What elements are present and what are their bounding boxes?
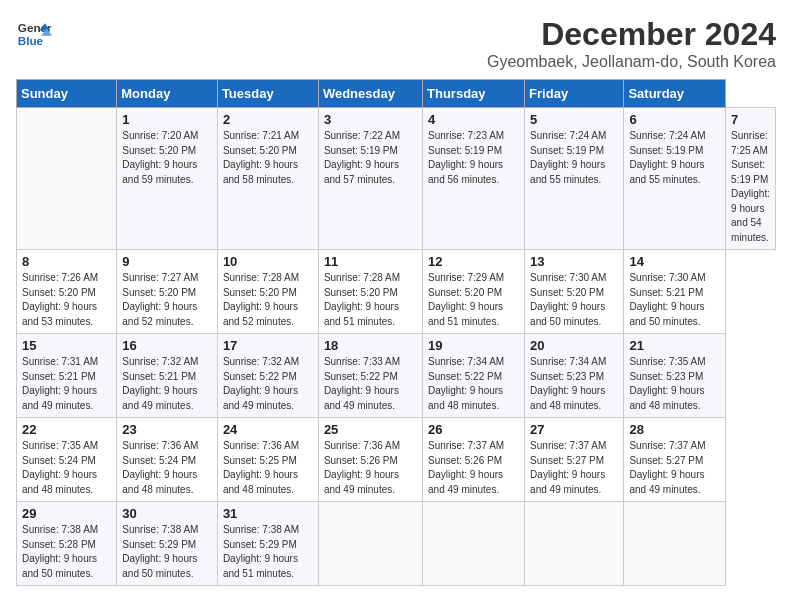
day-number: 16	[122, 338, 212, 353]
calendar-week-row: 29Sunrise: 7:38 AMSunset: 5:28 PMDayligh…	[17, 502, 776, 586]
page-header: General Blue December 2024 Gyeombaek, Je…	[16, 16, 776, 71]
day-number: 17	[223, 338, 313, 353]
day-info: Sunrise: 7:28 AMSunset: 5:20 PMDaylight:…	[324, 271, 417, 329]
day-info: Sunrise: 7:38 AMSunset: 5:29 PMDaylight:…	[223, 523, 313, 581]
day-number: 6	[629, 112, 720, 127]
calendar-table: SundayMondayTuesdayWednesdayThursdayFrid…	[16, 79, 776, 586]
day-info: Sunrise: 7:37 AMSunset: 5:26 PMDaylight:…	[428, 439, 519, 497]
day-info: Sunrise: 7:28 AMSunset: 5:20 PMDaylight:…	[223, 271, 313, 329]
day-info: Sunrise: 7:22 AMSunset: 5:19 PMDaylight:…	[324, 129, 417, 187]
day-info: Sunrise: 7:35 AMSunset: 5:23 PMDaylight:…	[629, 355, 720, 413]
calendar-cell: 24Sunrise: 7:36 AMSunset: 5:25 PMDayligh…	[217, 418, 318, 502]
weekday-header-wednesday: Wednesday	[318, 80, 422, 108]
calendar-cell: 18Sunrise: 7:33 AMSunset: 5:22 PMDayligh…	[318, 334, 422, 418]
day-info: Sunrise: 7:23 AMSunset: 5:19 PMDaylight:…	[428, 129, 519, 187]
weekday-header-row: SundayMondayTuesdayWednesdayThursdayFrid…	[17, 80, 776, 108]
calendar-cell	[525, 502, 624, 586]
calendar-cell: 20Sunrise: 7:34 AMSunset: 5:23 PMDayligh…	[525, 334, 624, 418]
day-info: Sunrise: 7:27 AMSunset: 5:20 PMDaylight:…	[122, 271, 212, 329]
day-number: 7	[731, 112, 770, 127]
day-number: 28	[629, 422, 720, 437]
day-info: Sunrise: 7:37 AMSunset: 5:27 PMDaylight:…	[530, 439, 618, 497]
day-info: Sunrise: 7:38 AMSunset: 5:29 PMDaylight:…	[122, 523, 212, 581]
calendar-cell	[624, 502, 726, 586]
calendar-cell	[423, 502, 525, 586]
calendar-cell: 13Sunrise: 7:30 AMSunset: 5:20 PMDayligh…	[525, 250, 624, 334]
calendar-cell	[17, 108, 117, 250]
day-info: Sunrise: 7:21 AMSunset: 5:20 PMDaylight:…	[223, 129, 313, 187]
calendar-title: December 2024	[487, 16, 776, 53]
day-number: 27	[530, 422, 618, 437]
day-info: Sunrise: 7:35 AMSunset: 5:24 PMDaylight:…	[22, 439, 111, 497]
weekday-header-friday: Friday	[525, 80, 624, 108]
day-number: 29	[22, 506, 111, 521]
calendar-cell: 8Sunrise: 7:26 AMSunset: 5:20 PMDaylight…	[17, 250, 117, 334]
calendar-cell: 25Sunrise: 7:36 AMSunset: 5:26 PMDayligh…	[318, 418, 422, 502]
day-number: 8	[22, 254, 111, 269]
calendar-week-row: 1Sunrise: 7:20 AMSunset: 5:20 PMDaylight…	[17, 108, 776, 250]
calendar-cell: 1Sunrise: 7:20 AMSunset: 5:20 PMDaylight…	[117, 108, 218, 250]
day-info: Sunrise: 7:20 AMSunset: 5:20 PMDaylight:…	[122, 129, 212, 187]
day-number: 15	[22, 338, 111, 353]
calendar-cell: 6Sunrise: 7:24 AMSunset: 5:19 PMDaylight…	[624, 108, 726, 250]
day-info: Sunrise: 7:24 AMSunset: 5:19 PMDaylight:…	[629, 129, 720, 187]
day-number: 13	[530, 254, 618, 269]
calendar-cell: 2Sunrise: 7:21 AMSunset: 5:20 PMDaylight…	[217, 108, 318, 250]
logo: General Blue	[16, 16, 52, 52]
calendar-cell: 12Sunrise: 7:29 AMSunset: 5:20 PMDayligh…	[423, 250, 525, 334]
day-number: 4	[428, 112, 519, 127]
svg-text:Blue: Blue	[18, 34, 44, 47]
day-info: Sunrise: 7:32 AMSunset: 5:21 PMDaylight:…	[122, 355, 212, 413]
day-info: Sunrise: 7:34 AMSunset: 5:22 PMDaylight:…	[428, 355, 519, 413]
day-info: Sunrise: 7:29 AMSunset: 5:20 PMDaylight:…	[428, 271, 519, 329]
day-info: Sunrise: 7:24 AMSunset: 5:19 PMDaylight:…	[530, 129, 618, 187]
day-info: Sunrise: 7:32 AMSunset: 5:22 PMDaylight:…	[223, 355, 313, 413]
day-number: 25	[324, 422, 417, 437]
day-number: 1	[122, 112, 212, 127]
day-info: Sunrise: 7:26 AMSunset: 5:20 PMDaylight:…	[22, 271, 111, 329]
calendar-cell: 31Sunrise: 7:38 AMSunset: 5:29 PMDayligh…	[217, 502, 318, 586]
day-number: 20	[530, 338, 618, 353]
day-number: 19	[428, 338, 519, 353]
day-number: 2	[223, 112, 313, 127]
calendar-week-row: 15Sunrise: 7:31 AMSunset: 5:21 PMDayligh…	[17, 334, 776, 418]
day-number: 26	[428, 422, 519, 437]
weekday-header-tuesday: Tuesday	[217, 80, 318, 108]
calendar-cell: 29Sunrise: 7:38 AMSunset: 5:28 PMDayligh…	[17, 502, 117, 586]
calendar-week-row: 8Sunrise: 7:26 AMSunset: 5:20 PMDaylight…	[17, 250, 776, 334]
calendar-subtitle: Gyeombaek, Jeollanam-do, South Korea	[487, 53, 776, 71]
day-number: 5	[530, 112, 618, 127]
calendar-cell: 11Sunrise: 7:28 AMSunset: 5:20 PMDayligh…	[318, 250, 422, 334]
calendar-cell: 9Sunrise: 7:27 AMSunset: 5:20 PMDaylight…	[117, 250, 218, 334]
day-info: Sunrise: 7:36 AMSunset: 5:25 PMDaylight:…	[223, 439, 313, 497]
calendar-cell: 28Sunrise: 7:37 AMSunset: 5:27 PMDayligh…	[624, 418, 726, 502]
calendar-cell: 15Sunrise: 7:31 AMSunset: 5:21 PMDayligh…	[17, 334, 117, 418]
day-number: 30	[122, 506, 212, 521]
day-number: 21	[629, 338, 720, 353]
day-info: Sunrise: 7:33 AMSunset: 5:22 PMDaylight:…	[324, 355, 417, 413]
title-section: December 2024 Gyeombaek, Jeollanam-do, S…	[487, 16, 776, 71]
calendar-cell: 22Sunrise: 7:35 AMSunset: 5:24 PMDayligh…	[17, 418, 117, 502]
calendar-cell: 16Sunrise: 7:32 AMSunset: 5:21 PMDayligh…	[117, 334, 218, 418]
calendar-cell: 10Sunrise: 7:28 AMSunset: 5:20 PMDayligh…	[217, 250, 318, 334]
day-info: Sunrise: 7:30 AMSunset: 5:20 PMDaylight:…	[530, 271, 618, 329]
calendar-cell: 19Sunrise: 7:34 AMSunset: 5:22 PMDayligh…	[423, 334, 525, 418]
day-number: 23	[122, 422, 212, 437]
day-info: Sunrise: 7:31 AMSunset: 5:21 PMDaylight:…	[22, 355, 111, 413]
calendar-week-row: 22Sunrise: 7:35 AMSunset: 5:24 PMDayligh…	[17, 418, 776, 502]
day-info: Sunrise: 7:36 AMSunset: 5:26 PMDaylight:…	[324, 439, 417, 497]
day-number: 18	[324, 338, 417, 353]
calendar-cell: 14Sunrise: 7:30 AMSunset: 5:21 PMDayligh…	[624, 250, 726, 334]
day-number: 10	[223, 254, 313, 269]
weekday-header-thursday: Thursday	[423, 80, 525, 108]
day-number: 3	[324, 112, 417, 127]
weekday-header-sunday: Sunday	[17, 80, 117, 108]
day-number: 24	[223, 422, 313, 437]
day-number: 12	[428, 254, 519, 269]
day-number: 14	[629, 254, 720, 269]
logo-icon: General Blue	[16, 16, 52, 52]
calendar-cell: 27Sunrise: 7:37 AMSunset: 5:27 PMDayligh…	[525, 418, 624, 502]
calendar-cell: 23Sunrise: 7:36 AMSunset: 5:24 PMDayligh…	[117, 418, 218, 502]
day-info: Sunrise: 7:30 AMSunset: 5:21 PMDaylight:…	[629, 271, 720, 329]
day-number: 9	[122, 254, 212, 269]
